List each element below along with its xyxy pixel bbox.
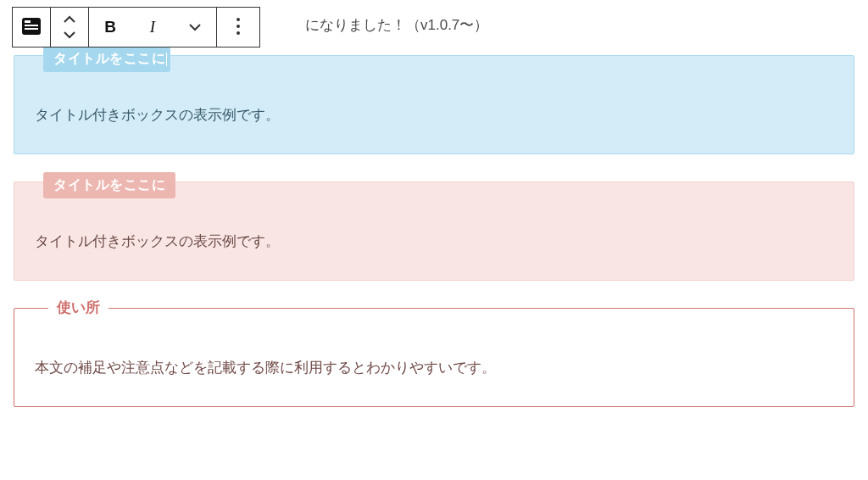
block-card-icon bbox=[22, 18, 41, 37]
content-area: タイトルをここに タイトル付きボックスの表示例です。 タイトルをここに タイトル… bbox=[14, 55, 854, 427]
italic-icon: I bbox=[150, 18, 155, 36]
box-body[interactable]: 本文の補足や注意点などを記載する際に利用するとわかりやすいです。 bbox=[35, 356, 833, 381]
move-down-button[interactable] bbox=[63, 27, 76, 42]
chevron-down-icon bbox=[63, 27, 76, 42]
chevron-up-icon bbox=[63, 12, 76, 27]
box-body[interactable]: タイトル付きボックスの表示例です。 bbox=[35, 103, 833, 128]
svg-point-6 bbox=[236, 31, 240, 35]
svg-rect-3 bbox=[25, 28, 38, 30]
block-mover bbox=[51, 8, 88, 47]
chevron-down-icon bbox=[188, 21, 202, 34]
bold-icon: B bbox=[104, 18, 116, 36]
options-button[interactable] bbox=[217, 8, 259, 47]
block-toolbar: B I bbox=[12, 7, 260, 47]
page-heading-fragment: になりました！（v1.0.7〜） bbox=[305, 15, 488, 35]
block-type-button[interactable] bbox=[13, 8, 50, 47]
move-up-button[interactable] bbox=[63, 12, 76, 27]
bold-button[interactable]: B bbox=[89, 8, 131, 47]
titled-box-blue[interactable]: タイトルをここに タイトル付きボックスの表示例です。 bbox=[14, 55, 854, 154]
titled-box-outline[interactable]: 使い所 本文の補足や注意点などを記載する際に利用するとわかりやすいです。 bbox=[14, 308, 854, 407]
box-body[interactable]: タイトル付きボックスの表示例です。 bbox=[35, 230, 833, 254]
italic-button[interactable]: I bbox=[131, 8, 174, 47]
box-title[interactable]: 使い所 bbox=[48, 298, 108, 317]
svg-rect-2 bbox=[25, 25, 38, 26]
box-title[interactable]: タイトルをここに bbox=[43, 46, 170, 72]
svg-point-4 bbox=[236, 18, 240, 21]
box-title[interactable]: タイトルをここに bbox=[43, 172, 175, 198]
kebab-icon bbox=[236, 17, 241, 38]
more-format-button[interactable] bbox=[174, 8, 216, 47]
svg-rect-1 bbox=[25, 20, 31, 23]
titled-box-pink[interactable]: タイトルをここに タイトル付きボックスの表示例です。 bbox=[14, 181, 854, 281]
svg-point-5 bbox=[236, 25, 240, 28]
